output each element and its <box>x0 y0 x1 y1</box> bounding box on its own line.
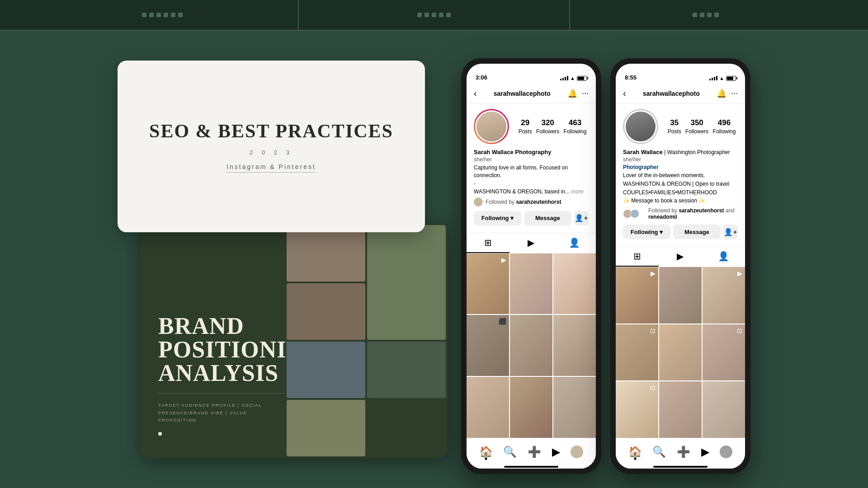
follower-name-2a[interactable]: sarahzeutenhorst <box>679 207 724 214</box>
brand-photo-6 <box>287 400 365 456</box>
top-bar-section-3[interactable] <box>570 0 841 30</box>
follower-name[interactable]: sarahzeutenhorst <box>516 199 561 205</box>
grid-photo-2[interactable] <box>510 253 552 314</box>
following-label-2: Following <box>713 128 736 135</box>
message-button-2[interactable]: Message <box>673 225 721 239</box>
create-nav-icon-2[interactable]: ➕ <box>677 446 690 458</box>
phone-1-stats: 29 Posts 320 Followers 463 Following <box>516 118 589 135</box>
slide-seo-subtitle: Instagram & Pinterest <box>226 163 316 173</box>
phone-2-username: sarahwallacephoto <box>643 90 700 97</box>
more-icon-2[interactable]: ··· <box>731 89 738 98</box>
following-label: Following <box>564 128 587 135</box>
grid-photo-2-9[interactable] <box>703 381 745 438</box>
phone-1-photo-grid: ▶ ⬛ <box>467 253 596 438</box>
brand-photo-4 <box>287 342 365 398</box>
phone-1-insta-nav[interactable]: ‹ sarahwallacephoto 🔔 ··· <box>467 84 596 103</box>
tab-grid-2[interactable]: ⊞ <box>616 247 659 267</box>
phone-2-insta-nav[interactable]: ‹ sarahwallacephoto 🔔 ··· <box>616 84 745 103</box>
profile-nav-avatar-2[interactable] <box>720 446 732 458</box>
tab-reels-2[interactable]: ▶ <box>659 247 702 267</box>
more-icon[interactable]: ··· <box>582 89 589 98</box>
signal-icon <box>560 76 568 80</box>
home-nav-icon-2[interactable]: 🏠 <box>628 446 642 458</box>
more-link[interactable]: more <box>571 188 583 195</box>
home-indicator <box>467 465 596 469</box>
phone-1-stat-followers[interactable]: 320 Followers <box>536 118 559 135</box>
slide-brand-dot <box>158 432 162 436</box>
tab-tagged-2[interactable]: 👤 <box>702 247 745 267</box>
followers-label: Followers <box>536 128 559 135</box>
grid-photo-7[interactable] <box>467 377 509 438</box>
grid-photo-1[interactable]: ▶ <box>467 253 509 314</box>
phone-1-profile-row: 29 Posts 320 Followers 463 Following <box>474 109 589 144</box>
create-nav-icon[interactable]: ➕ <box>528 446 541 458</box>
phone-1-stat-posts[interactable]: 29 Posts <box>519 118 532 135</box>
battery-icon-2 <box>726 76 736 81</box>
tab-reels[interactable]: ▶ <box>509 233 552 253</box>
back-icon-2[interactable]: ‹ <box>623 88 626 99</box>
phone-1-nav-icons: 🔔 ··· <box>567 89 589 99</box>
avatar-face <box>476 112 506 141</box>
back-icon[interactable]: ‹ <box>474 88 477 99</box>
home-nav-icon[interactable]: 🏠 <box>479 446 493 458</box>
phone-1-stat-following[interactable]: 463 Following <box>564 118 587 135</box>
grid-photo-4[interactable]: ⬛ <box>467 315 509 376</box>
slide-brand-left: BRANDPOSITIONINGANALYSIS TARGET AUDIENCE… <box>140 223 285 458</box>
add-person-button-2[interactable]: 👤+ <box>723 225 738 239</box>
phone-2-stat-followers[interactable]: 350 Followers <box>685 118 708 135</box>
phone-2-stat-posts[interactable]: 35 Posts <box>668 118 681 135</box>
bell-icon[interactable]: 🔔 <box>567 89 577 99</box>
grid-photo-2-1[interactable]: ▶ <box>616 267 658 324</box>
reels-nav-icon-2[interactable]: ▶ <box>701 446 709 458</box>
top-bar <box>0 0 868 31</box>
grid-photo-2-5[interactable] <box>659 324 702 381</box>
bell-icon-2[interactable]: 🔔 <box>717 89 726 99</box>
add-person-button[interactable]: 👤+ <box>574 211 589 225</box>
phone-2-avatar-container[interactable] <box>623 109 658 144</box>
reels-nav-icon[interactable]: ▶ <box>552 446 560 458</box>
grid-photo-8[interactable] <box>510 377 552 438</box>
grid-photo-6[interactable] <box>553 315 596 376</box>
grid-photo-2-8[interactable] <box>659 381 702 438</box>
grid-photo-9[interactable] <box>553 377 596 438</box>
grid-photo-5[interactable] <box>510 315 552 376</box>
phone-2-action-buttons: Following ▾ Message 👤+ <box>623 225 738 239</box>
slide-brand-photos <box>285 223 448 458</box>
photo-badge-2-1: ▶ <box>651 270 656 277</box>
phone-1-avatar-container[interactable] <box>474 109 509 144</box>
phone-1-location: WASHINGTON & OREGON, based in... more <box>474 188 589 195</box>
phone-2-stats: 35 Posts 350 Followers 496 Following <box>665 118 738 135</box>
top-bar-dots-3 <box>693 13 719 17</box>
top-bar-dots-2 <box>417 13 451 17</box>
home-indicator-2 <box>616 465 745 469</box>
following-button-2[interactable]: Following ▾ <box>623 225 670 239</box>
search-nav-icon-2[interactable]: 🔍 <box>652 446 666 458</box>
top-bar-section-1[interactable] <box>27 0 299 30</box>
message-button[interactable]: Message <box>524 211 571 225</box>
top-bar-dots-1 <box>142 13 183 17</box>
tab-grid[interactable]: ⊞ <box>467 233 509 253</box>
phone-2-stat-following[interactable]: 496 Following <box>713 118 736 135</box>
grid-photo-3[interactable] <box>553 253 596 314</box>
top-bar-section-2[interactable] <box>299 0 571 30</box>
grid-photo-2-6[interactable]: ⊡ <box>703 324 745 381</box>
profile-nav-avatar[interactable] <box>571 446 583 458</box>
grid-photo-2-4[interactable]: ⊡ <box>616 324 658 381</box>
phone-1-status-bar: 3:06 ▲ <box>467 64 596 84</box>
home-indicator-line <box>504 466 558 468</box>
phone-2-photo-grid: ▶ ▶ ⊡ ⊡ ⊡ <box>616 267 745 438</box>
tab-tagged[interactable]: 👤 <box>553 233 596 253</box>
grid-photo-2-2[interactable] <box>659 267 702 324</box>
grid-photo-2-3[interactable]: ▶ <box>703 267 745 324</box>
wifi-icon: ▲ <box>570 75 575 81</box>
follower-name-2b[interactable]: reneadomii <box>648 214 677 220</box>
photo-badge-2-7: ⊡ <box>650 384 656 391</box>
phone-2-website[interactable]: Photographer <box>623 164 738 170</box>
phone-2-inner: 8:55 ▲ ‹ sarahwalla <box>616 64 745 469</box>
search-nav-icon[interactable]: 🔍 <box>503 446 517 458</box>
grid-photo-2-7[interactable]: ⊡ <box>616 381 658 438</box>
slide-brand: BRANDPOSITIONINGANALYSIS TARGET AUDIENCE… <box>140 223 448 458</box>
slides-area: SEO & BEST PRACTICES 2 0 2 3 Instagram &… <box>118 61 443 458</box>
photo-badge-2-4: ⊡ <box>650 327 656 334</box>
following-button[interactable]: Following ▾ <box>474 211 521 225</box>
